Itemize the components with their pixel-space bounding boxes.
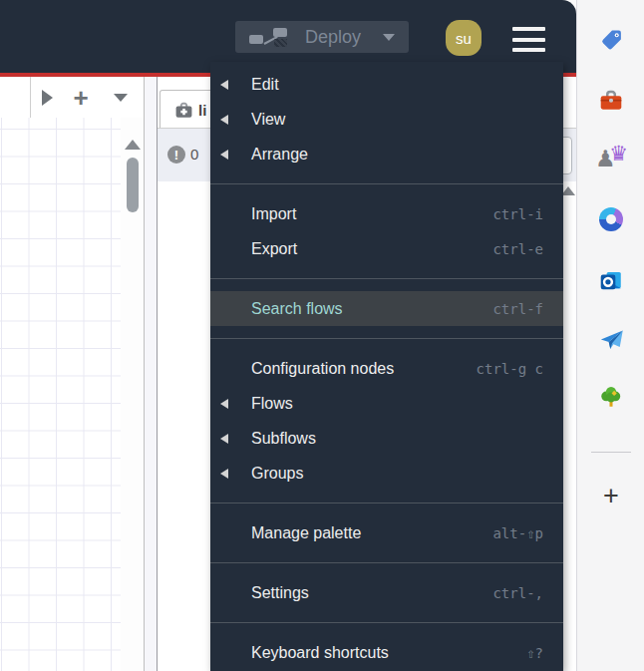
shortcut-hint: ctrl-, <box>492 585 543 601</box>
warning-circle-icon: ! <box>167 146 185 164</box>
shortcut-hint: ctrl-i <box>492 206 543 222</box>
menu-item-subflows[interactable]: Subflows <box>210 421 563 456</box>
shortcut-hint: ctrl-g c <box>477 361 543 377</box>
menu-item-search-flows[interactable]: Search flows ctrl-f <box>210 291 563 326</box>
toolbox-icon[interactable] <box>597 87 625 115</box>
deploy-nodes-icon <box>249 27 293 47</box>
add-sidebar-item-button[interactable]: + <box>597 482 625 509</box>
menu-item-manage-palette[interactable]: Manage palette alt-⇧p <box>210 515 563 550</box>
menu-separator <box>210 503 563 503</box>
menu-item-groups[interactable]: Groups <box>210 456 563 491</box>
deploy-caret-icon[interactable] <box>383 34 395 41</box>
menu-item-arrange[interactable]: Arrange <box>210 137 563 171</box>
outlook-icon[interactable] <box>597 266 625 294</box>
hamburger-bar <box>512 38 545 42</box>
browser-sidebar: ♟ ♛ + <box>576 0 644 671</box>
plus-icon: + <box>603 483 619 509</box>
sidebar-tab-label: li <box>198 102 206 119</box>
first-aid-kit-icon <box>174 101 193 120</box>
chevron-down-icon <box>114 94 128 102</box>
menu-item-flows[interactable]: Flows <box>210 386 563 421</box>
node-red-app: Deploy su + <box>0 0 576 671</box>
menu-item-view[interactable]: View <box>210 102 563 137</box>
menu-item-edit[interactable]: Edit <box>210 67 563 102</box>
menu-item-configuration-nodes[interactable]: Configuration nodes ctrl-g c <box>210 351 563 386</box>
hamburger-bar <box>512 27 545 31</box>
hamburger-bar <box>512 48 545 52</box>
menu-separator <box>210 183 563 184</box>
tag-icon[interactable] <box>597 26 625 54</box>
panel-splitter[interactable] <box>145 77 158 671</box>
workspace-scrollbar[interactable] <box>121 118 144 671</box>
flow-workspace: + <box>0 77 145 671</box>
warning-count: 0 <box>190 146 198 163</box>
plus-icon: + <box>73 85 88 111</box>
sidebar-divider <box>591 452 631 453</box>
scroll-up-arrow-icon[interactable] <box>125 140 141 150</box>
shortcut-hint: ⇧? <box>526 645 543 661</box>
deploy-button-label: Deploy <box>305 27 361 48</box>
scrollbar-thumb[interactable] <box>127 158 139 212</box>
menu-separator <box>210 338 563 339</box>
chess-pieces-icon[interactable]: ♟ ♛ <box>597 146 625 173</box>
shortcut-hint: alt-⇧p <box>492 525 543 541</box>
menu-separator <box>210 622 563 623</box>
submenu-left-arrow-icon <box>220 115 228 125</box>
chess-queen-glyph: ♛ <box>609 143 628 164</box>
menu-item-import[interactable]: Import ctrl-i <box>210 196 563 231</box>
panel-scroll-up-arrow-icon[interactable] <box>561 186 575 195</box>
menu-separator <box>210 562 563 563</box>
submenu-left-arrow-icon <box>220 150 228 160</box>
deploy-button[interactable]: Deploy <box>235 21 409 53</box>
paper-plane-icon[interactable] <box>597 325 625 353</box>
flow-canvas-grid[interactable] <box>0 118 121 671</box>
shortcut-hint: ctrl-f <box>492 301 543 317</box>
menu-item-settings[interactable]: Settings ctrl-, <box>210 575 563 610</box>
tree-icon[interactable] <box>597 383 625 411</box>
menu-list: Edit View Arrange Import ctrl-i Export c… <box>210 62 563 670</box>
submenu-left-arrow-icon <box>220 469 228 479</box>
main-menu-button[interactable] <box>512 27 545 52</box>
play-arrow-icon <box>42 90 53 106</box>
user-avatar[interactable]: su <box>446 20 482 56</box>
flow-list-dropdown-button[interactable] <box>103 77 139 118</box>
flow-tab-bar: + <box>0 77 144 119</box>
menu-separator <box>210 278 563 279</box>
menu-item-export[interactable]: Export ctrl-e <box>210 231 563 266</box>
submenu-left-arrow-icon <box>220 399 228 409</box>
menu-item-keyboard-shortcuts[interactable]: Keyboard shortcuts ⇧? <box>210 635 563 670</box>
submenu-left-arrow-icon <box>220 80 228 90</box>
microsoft-loop-icon[interactable] <box>597 205 625 233</box>
scroll-tabs-right-button[interactable] <box>31 77 63 118</box>
add-flow-button[interactable]: + <box>63 77 99 118</box>
shortcut-hint: ctrl-e <box>492 241 543 257</box>
submenu-left-arrow-icon <box>220 434 228 444</box>
main-dropdown-menu: Edit View Arrange Import ctrl-i Export c… <box>210 62 563 671</box>
